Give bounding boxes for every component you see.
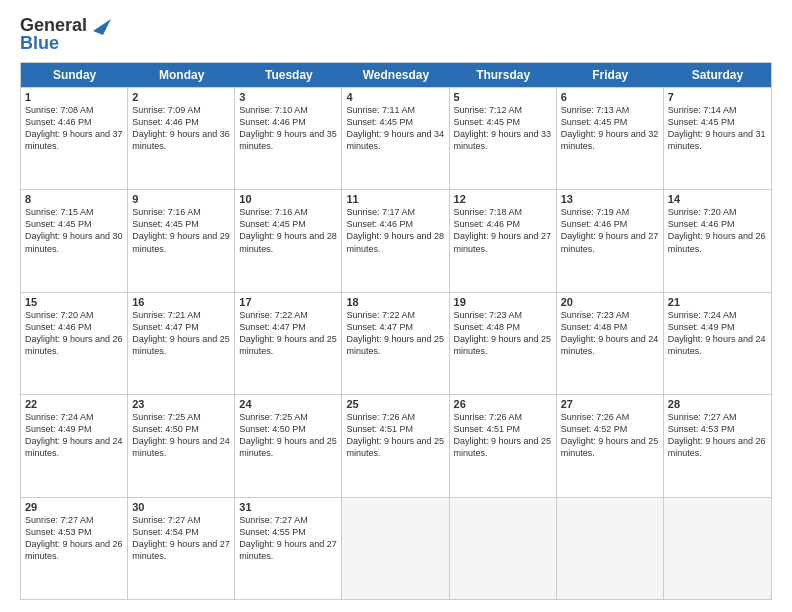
calendar-cell: 14Sunrise: 7:20 AMSunset: 4:46 PMDayligh… — [664, 190, 771, 291]
calendar-cell: 28Sunrise: 7:27 AMSunset: 4:53 PMDayligh… — [664, 395, 771, 496]
calendar-cell: 4Sunrise: 7:11 AMSunset: 4:45 PMDaylight… — [342, 88, 449, 189]
day-number: 29 — [25, 501, 123, 513]
day-number: 11 — [346, 193, 444, 205]
calendar-cell: 11Sunrise: 7:17 AMSunset: 4:46 PMDayligh… — [342, 190, 449, 291]
calendar-cell: 25Sunrise: 7:26 AMSunset: 4:51 PMDayligh… — [342, 395, 449, 496]
calendar-cell: 1Sunrise: 7:08 AMSunset: 4:46 PMDaylight… — [21, 88, 128, 189]
day-number: 2 — [132, 91, 230, 103]
day-number: 16 — [132, 296, 230, 308]
cell-info: Sunrise: 7:27 AMSunset: 4:54 PMDaylight:… — [132, 514, 230, 563]
cell-info: Sunrise: 7:27 AMSunset: 4:53 PMDaylight:… — [668, 411, 767, 460]
header-day-saturday: Saturday — [664, 63, 771, 87]
cell-info: Sunrise: 7:24 AMSunset: 4:49 PMDaylight:… — [25, 411, 123, 460]
day-number: 7 — [668, 91, 767, 103]
calendar-row-4: 22Sunrise: 7:24 AMSunset: 4:49 PMDayligh… — [21, 394, 771, 496]
cell-info: Sunrise: 7:23 AMSunset: 4:48 PMDaylight:… — [454, 309, 552, 358]
calendar-cell — [342, 498, 449, 599]
day-number: 13 — [561, 193, 659, 205]
calendar-cell: 21Sunrise: 7:24 AMSunset: 4:49 PMDayligh… — [664, 293, 771, 394]
day-number: 22 — [25, 398, 123, 410]
calendar-cell: 31Sunrise: 7:27 AMSunset: 4:55 PMDayligh… — [235, 498, 342, 599]
day-number: 9 — [132, 193, 230, 205]
day-number: 8 — [25, 193, 123, 205]
day-number: 4 — [346, 91, 444, 103]
calendar-cell: 20Sunrise: 7:23 AMSunset: 4:48 PMDayligh… — [557, 293, 664, 394]
day-number: 14 — [668, 193, 767, 205]
header-day-monday: Monday — [128, 63, 235, 87]
cell-info: Sunrise: 7:20 AMSunset: 4:46 PMDaylight:… — [668, 206, 767, 255]
calendar-header: SundayMondayTuesdayWednesdayThursdayFrid… — [21, 63, 771, 87]
calendar: SundayMondayTuesdayWednesdayThursdayFrid… — [20, 62, 772, 600]
calendar-cell: 3Sunrise: 7:10 AMSunset: 4:46 PMDaylight… — [235, 88, 342, 189]
cell-info: Sunrise: 7:26 AMSunset: 4:51 PMDaylight:… — [346, 411, 444, 460]
header-day-sunday: Sunday — [21, 63, 128, 87]
svg-marker-0 — [93, 19, 111, 35]
day-number: 21 — [668, 296, 767, 308]
calendar-row-5: 29Sunrise: 7:27 AMSunset: 4:53 PMDayligh… — [21, 497, 771, 599]
calendar-cell: 13Sunrise: 7:19 AMSunset: 4:46 PMDayligh… — [557, 190, 664, 291]
day-number: 19 — [454, 296, 552, 308]
day-number: 31 — [239, 501, 337, 513]
logo: General Blue — [20, 16, 111, 54]
calendar-cell: 23Sunrise: 7:25 AMSunset: 4:50 PMDayligh… — [128, 395, 235, 496]
day-number: 28 — [668, 398, 767, 410]
day-number: 10 — [239, 193, 337, 205]
header-day-tuesday: Tuesday — [235, 63, 342, 87]
calendar-cell: 18Sunrise: 7:22 AMSunset: 4:47 PMDayligh… — [342, 293, 449, 394]
header: General Blue — [20, 16, 772, 54]
calendar-cell: 7Sunrise: 7:14 AMSunset: 4:45 PMDaylight… — [664, 88, 771, 189]
calendar-cell: 12Sunrise: 7:18 AMSunset: 4:46 PMDayligh… — [450, 190, 557, 291]
day-number: 24 — [239, 398, 337, 410]
day-number: 20 — [561, 296, 659, 308]
calendar-cell: 30Sunrise: 7:27 AMSunset: 4:54 PMDayligh… — [128, 498, 235, 599]
calendar-cell: 5Sunrise: 7:12 AMSunset: 4:45 PMDaylight… — [450, 88, 557, 189]
day-number: 3 — [239, 91, 337, 103]
calendar-cell: 17Sunrise: 7:22 AMSunset: 4:47 PMDayligh… — [235, 293, 342, 394]
cell-info: Sunrise: 7:16 AMSunset: 4:45 PMDaylight:… — [239, 206, 337, 255]
cell-info: Sunrise: 7:21 AMSunset: 4:47 PMDaylight:… — [132, 309, 230, 358]
cell-info: Sunrise: 7:23 AMSunset: 4:48 PMDaylight:… — [561, 309, 659, 358]
cell-info: Sunrise: 7:26 AMSunset: 4:52 PMDaylight:… — [561, 411, 659, 460]
day-number: 5 — [454, 91, 552, 103]
calendar-row-2: 8Sunrise: 7:15 AMSunset: 4:45 PMDaylight… — [21, 189, 771, 291]
cell-info: Sunrise: 7:17 AMSunset: 4:46 PMDaylight:… — [346, 206, 444, 255]
day-number: 17 — [239, 296, 337, 308]
page: General Blue SundayMondayTuesdayWednesda… — [0, 0, 792, 612]
calendar-cell: 26Sunrise: 7:26 AMSunset: 4:51 PMDayligh… — [450, 395, 557, 496]
day-number: 12 — [454, 193, 552, 205]
cell-info: Sunrise: 7:12 AMSunset: 4:45 PMDaylight:… — [454, 104, 552, 153]
calendar-row-1: 1Sunrise: 7:08 AMSunset: 4:46 PMDaylight… — [21, 87, 771, 189]
cell-info: Sunrise: 7:15 AMSunset: 4:45 PMDaylight:… — [25, 206, 123, 255]
calendar-cell: 6Sunrise: 7:13 AMSunset: 4:45 PMDaylight… — [557, 88, 664, 189]
day-number: 30 — [132, 501, 230, 513]
cell-info: Sunrise: 7:22 AMSunset: 4:47 PMDaylight:… — [346, 309, 444, 358]
calendar-cell — [664, 498, 771, 599]
cell-info: Sunrise: 7:14 AMSunset: 4:45 PMDaylight:… — [668, 104, 767, 153]
calendar-cell: 2Sunrise: 7:09 AMSunset: 4:46 PMDaylight… — [128, 88, 235, 189]
cell-info: Sunrise: 7:22 AMSunset: 4:47 PMDaylight:… — [239, 309, 337, 358]
cell-info: Sunrise: 7:19 AMSunset: 4:46 PMDaylight:… — [561, 206, 659, 255]
calendar-cell — [450, 498, 557, 599]
day-number: 23 — [132, 398, 230, 410]
calendar-cell — [557, 498, 664, 599]
cell-info: Sunrise: 7:26 AMSunset: 4:51 PMDaylight:… — [454, 411, 552, 460]
cell-info: Sunrise: 7:27 AMSunset: 4:53 PMDaylight:… — [25, 514, 123, 563]
cell-info: Sunrise: 7:24 AMSunset: 4:49 PMDaylight:… — [668, 309, 767, 358]
calendar-cell: 10Sunrise: 7:16 AMSunset: 4:45 PMDayligh… — [235, 190, 342, 291]
calendar-cell: 8Sunrise: 7:15 AMSunset: 4:45 PMDaylight… — [21, 190, 128, 291]
day-number: 26 — [454, 398, 552, 410]
cell-info: Sunrise: 7:13 AMSunset: 4:45 PMDaylight:… — [561, 104, 659, 153]
logo-wing-icon — [89, 17, 111, 35]
calendar-cell: 15Sunrise: 7:20 AMSunset: 4:46 PMDayligh… — [21, 293, 128, 394]
cell-info: Sunrise: 7:25 AMSunset: 4:50 PMDaylight:… — [239, 411, 337, 460]
day-number: 27 — [561, 398, 659, 410]
calendar-cell: 19Sunrise: 7:23 AMSunset: 4:48 PMDayligh… — [450, 293, 557, 394]
cell-info: Sunrise: 7:18 AMSunset: 4:46 PMDaylight:… — [454, 206, 552, 255]
calendar-body: 1Sunrise: 7:08 AMSunset: 4:46 PMDaylight… — [21, 87, 771, 599]
calendar-cell: 22Sunrise: 7:24 AMSunset: 4:49 PMDayligh… — [21, 395, 128, 496]
calendar-cell: 16Sunrise: 7:21 AMSunset: 4:47 PMDayligh… — [128, 293, 235, 394]
day-number: 25 — [346, 398, 444, 410]
header-day-thursday: Thursday — [450, 63, 557, 87]
calendar-cell: 9Sunrise: 7:16 AMSunset: 4:45 PMDaylight… — [128, 190, 235, 291]
header-day-wednesday: Wednesday — [342, 63, 449, 87]
